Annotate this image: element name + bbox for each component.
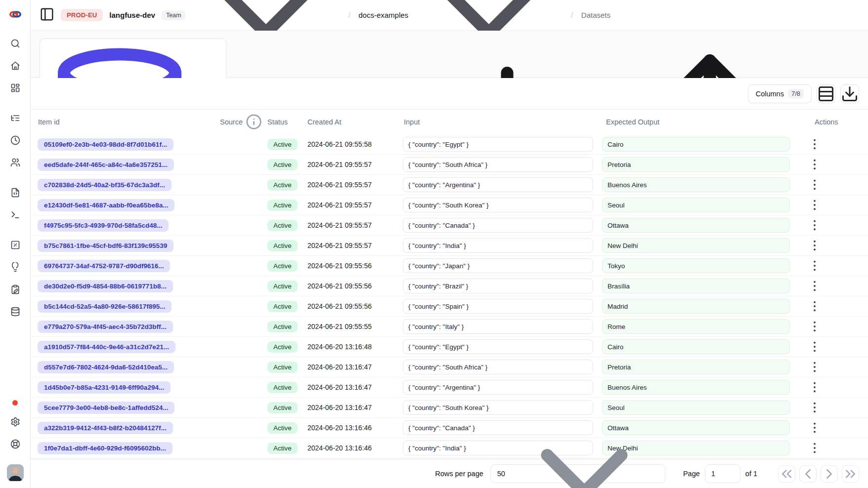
- recording-indicator[interactable]: [12, 400, 18, 406]
- sidebar-item-sessions[interactable]: [9, 134, 21, 146]
- columns-button[interactable]: Columns 7/8: [748, 84, 812, 103]
- input-cell[interactable]: { "country": "Egypt" }: [403, 137, 593, 152]
- status-badge: Active: [267, 159, 298, 170]
- column-header-status[interactable]: Status: [262, 118, 302, 126]
- expected-output-cell[interactable]: Pretoria: [602, 157, 790, 172]
- page-number-input[interactable]: [705, 464, 740, 483]
- row-actions-button[interactable]: [808, 401, 822, 414]
- sidebar-item-annotation[interactable]: [9, 284, 21, 295]
- sidebar-item-insights[interactable]: [9, 261, 21, 273]
- row-actions-button[interactable]: [808, 198, 822, 212]
- expected-output-cell[interactable]: Madrid: [602, 299, 790, 314]
- row-actions-button[interactable]: [808, 340, 822, 354]
- item-id-pill[interactable]: 05109ef0-2e3b-4e03-98dd-8f7d01b61f...: [38, 138, 174, 151]
- sidebar-item-home[interactable]: [9, 60, 21, 72]
- input-cell[interactable]: { "country": "India" }: [403, 238, 593, 253]
- expected-output-cell[interactable]: Tokyo: [602, 258, 790, 273]
- row-actions-button[interactable]: [808, 279, 822, 293]
- input-cell[interactable]: { "country": "Argentina" }: [403, 380, 593, 395]
- sidebar-item-search[interactable]: [9, 38, 21, 49]
- row-actions-button[interactable]: [808, 178, 822, 192]
- row-actions-button[interactable]: [808, 320, 822, 333]
- export-button[interactable]: [840, 84, 859, 103]
- org-name[interactable]: langfuse-dev: [109, 11, 155, 19]
- user-avatar[interactable]: [7, 464, 24, 481]
- sidebar-item-settings[interactable]: [9, 416, 21, 428]
- input-cell[interactable]: { "country": "Italy" }: [403, 319, 593, 334]
- row-actions-button[interactable]: [808, 218, 822, 232]
- column-header-item-id[interactable]: Item id: [31, 118, 213, 126]
- table-body: 05109ef0-2e3b-4e03-98dd-8f7d01b61f... Ac…: [31, 134, 868, 459]
- column-header-expected-output[interactable]: Expected Output: [598, 118, 796, 126]
- breadcrumb-section[interactable]: Datasets: [581, 11, 610, 19]
- item-id-pill[interactable]: de30d2e0-f5d9-4854-88b6-0619771b8...: [38, 280, 173, 292]
- input-cell[interactable]: { "country": "South Africa" }: [403, 157, 593, 172]
- expected-output-cell[interactable]: Cairo: [602, 137, 790, 152]
- input-cell[interactable]: { "country": "Brazil" }: [403, 279, 593, 293]
- item-id-pill[interactable]: a1910d57-7f84-440c-9e46-a31c2d7e21...: [38, 341, 175, 353]
- item-id-pill[interactable]: b75c7861-1fbe-45cf-bdf6-83f139c95539: [38, 240, 174, 252]
- item-id-pill[interactable]: f4975c95-5fc3-4939-970d-58fa5cd48...: [38, 219, 169, 232]
- expected-output-cell[interactable]: Ottawa: [602, 218, 790, 233]
- item-id-pill[interactable]: e12430df-5e81-4687-aabb-f0ea65be8a...: [38, 199, 174, 211]
- project-name[interactable]: docs-examples: [358, 11, 408, 19]
- last-page-button[interactable]: [842, 465, 859, 483]
- expected-output-cell[interactable]: Cairo: [602, 339, 790, 354]
- column-header-source[interactable]: Source: [213, 114, 262, 130]
- row-actions-button[interactable]: [808, 380, 822, 394]
- row-actions-button[interactable]: [808, 421, 822, 435]
- created-at-cell: 2024-06-21 09:55:57: [302, 221, 398, 229]
- row-actions-button[interactable]: [808, 259, 822, 273]
- row-actions-button[interactable]: [808, 299, 822, 313]
- item-id-pill[interactable]: e779a270-579a-4f45-aec4-35b72d3bff...: [38, 321, 173, 333]
- expected-output-cell[interactable]: Buenos Aires: [602, 177, 790, 192]
- item-id-pill[interactable]: 5cee7779-3e00-4eb8-be8c-1affedd524...: [38, 402, 174, 414]
- item-id-pill[interactable]: eed5dafe-244f-465c-a84c-4a6e357251...: [38, 159, 174, 171]
- expected-output-cell[interactable]: Pretoria: [602, 360, 790, 374]
- input-cell[interactable]: { "country": "Japan" }: [403, 258, 593, 273]
- item-id-pill[interactable]: a322b319-9412-4f43-b8f2-b20484127f...: [38, 422, 173, 434]
- input-cell[interactable]: { "country": "South Africa" }: [403, 360, 593, 374]
- input-cell[interactable]: { "country": "South Korea" }: [403, 198, 593, 212]
- download-icon: [841, 85, 859, 103]
- column-header-created-at[interactable]: Created At: [302, 118, 398, 126]
- row-actions-button[interactable]: [808, 137, 822, 151]
- first-page-button[interactable]: [778, 465, 795, 483]
- item-id-pill[interactable]: 69764737-34af-4752-9787-d90df9616...: [38, 260, 170, 272]
- langfuse-logo-icon[interactable]: [9, 8, 22, 21]
- input-cell[interactable]: { "country": "Egypt" }: [403, 339, 593, 354]
- item-id-pill[interactable]: 1f0e7da1-dbff-4e60-929d-f6095602bb...: [38, 442, 173, 454]
- input-cell[interactable]: { "country": "Spain" }: [403, 299, 593, 314]
- rows-per-page-select[interactable]: 50: [490, 464, 665, 483]
- previous-page-button[interactable]: [799, 465, 817, 483]
- row-actions-button[interactable]: [808, 158, 822, 171]
- item-id-pill[interactable]: c702838d-24d5-40a2-bf35-67dc3a3df...: [38, 179, 172, 191]
- row-height-button[interactable]: [817, 84, 835, 103]
- sidebar-item-evaluation[interactable]: [9, 239, 21, 251]
- item-id-pill[interactable]: b5c144cd-52a5-4a80-926e-58617f895...: [38, 300, 172, 313]
- input-cell[interactable]: { "country": "Canada" }: [403, 218, 593, 233]
- item-id-pill[interactable]: d557e7d6-7802-4624-9da6-52d410ea5...: [38, 361, 174, 373]
- item-id-pill[interactable]: 1d45b0e7-b85a-4231-9149-6ff90a294...: [38, 381, 171, 394]
- environment-badge[interactable]: PROD-EU: [61, 9, 103, 21]
- row-actions-button[interactable]: [808, 239, 822, 252]
- sidebar-item-support[interactable]: [9, 438, 21, 450]
- expected-output-cell[interactable]: Seoul: [602, 198, 790, 212]
- expected-output-cell[interactable]: New Delhi: [602, 238, 790, 253]
- sidebar-item-prompts[interactable]: [9, 187, 21, 199]
- sidebar-item-users[interactable]: [9, 157, 21, 168]
- sidebar-toggle-button[interactable]: [40, 8, 54, 23]
- breadcrumb-separator: /: [569, 10, 575, 20]
- sidebar-item-dashboards[interactable]: [9, 82, 21, 94]
- expected-output-cell[interactable]: Buenos Aires: [602, 380, 790, 395]
- expected-output-cell[interactable]: Brasília: [602, 279, 790, 293]
- row-actions-button[interactable]: [808, 360, 822, 374]
- expected-output-cell[interactable]: Rome: [602, 319, 790, 334]
- row-actions-button[interactable]: [808, 441, 822, 455]
- sidebar-item-tracing[interactable]: [9, 112, 21, 124]
- sidebar-item-playground[interactable]: [9, 209, 21, 221]
- column-header-input[interactable]: Input: [398, 118, 598, 126]
- input-cell[interactable]: { "country": "Argentina" }: [403, 177, 593, 192]
- next-page-button[interactable]: [821, 465, 838, 483]
- sidebar-item-datasets[interactable]: [9, 306, 21, 318]
